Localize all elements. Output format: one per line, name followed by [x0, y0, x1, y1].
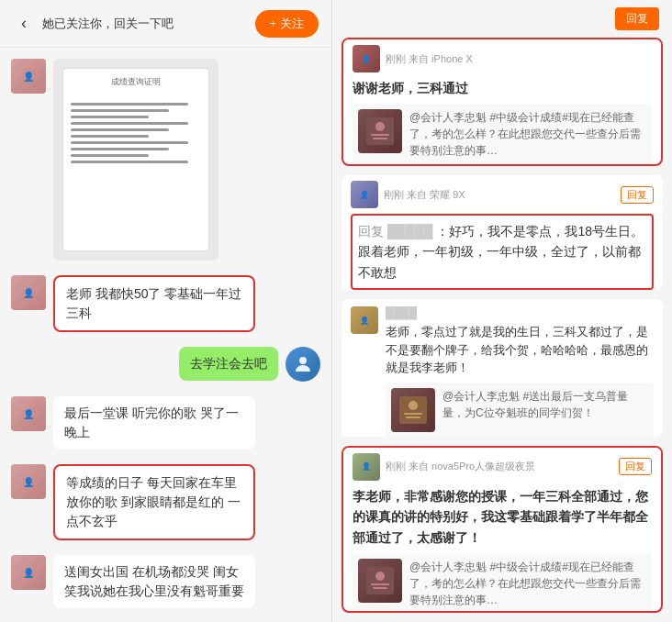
svg-point-2: [375, 122, 385, 131]
svg-point-0: [299, 357, 307, 364]
avatar-image: 👤: [11, 275, 46, 310]
comment-text: 李老师，非常感谢您的授课，一年三科全部通过，您的课真的讲的特别好，我这零基础跟着…: [353, 486, 652, 548]
blurred-name: █████: [387, 224, 433, 239]
card-content: 回复 █████ ：好巧，我不是零点，我18号生日。跟着老师，一年初级，一年中级…: [342, 214, 663, 290]
avatar-image: 👤: [11, 464, 46, 499]
sub-reply-content: ████ 老师，零点过了就是我的生日，三科又都过了，是不是要翻个牌子，给我个贺，…: [386, 306, 654, 436]
svg-rect-4: [373, 138, 387, 139]
card-header-left: 👤 刚刚 来自 iPhone X: [353, 45, 473, 72]
doc-line: [71, 135, 149, 138]
avatar: 👤: [11, 275, 46, 310]
quoted-text: @会计人李忠魁 #中级会计成绩#现在已经能查了，考的怎么样？在此想跟您交代一些查…: [409, 109, 646, 159]
header-subtitle: 她已关注你，回关一下吧: [42, 16, 255, 32]
commenter-avatar: 👤: [353, 45, 380, 72]
sub-reply-username: ████: [386, 306, 654, 319]
avatar-image: 👤: [11, 555, 46, 590]
left-header: ‹ 她已关注你，回关一下吧 + 关注: [0, 0, 331, 48]
comment-text: 谢谢老师，三科通过: [353, 78, 652, 98]
chat-bubble-self: 去学注会去吧: [179, 347, 278, 381]
quoted-thumbnail: [391, 388, 435, 432]
card-header: 👤 刚刚 来自 荣耀 9X 回复: [342, 175, 663, 214]
table-row: 👤 老师 我都快50了 零基础一年过三科: [11, 275, 320, 332]
right-header: 回复: [332, 0, 672, 38]
comment-card: 👤 刚刚 来自 iPhone X 谢谢老师，三科通过 @会计人李忠魁 #中级会计…: [342, 38, 663, 166]
sub-reply-row: 👤 ████ 老师，零点过了就是我的生日，三科又都过了，是不是要翻个牌子，给我个…: [351, 306, 654, 436]
sub-reply-avatar: 👤: [351, 306, 378, 334]
left-panel: ‹ 她已关注你，回关一下吧 + 关注 👤 成绩查询证明: [0, 0, 332, 622]
svg-rect-11: [371, 583, 389, 585]
reply-target: 回复: [358, 224, 387, 239]
commenter-avatar: 👤: [353, 453, 380, 481]
comment-text-highlighted: 回复 █████ ：好巧，我不是零点，我18号生日。跟着老师，一年初级，一年中级…: [351, 214, 654, 290]
chat-bubble: 送闺女出国 在机场都没哭 闺女笑我说她在我心里没有魁哥重要: [53, 555, 255, 608]
table-row: 👤 送闺女出国 在机场都没哭 闺女笑我说她在我心里没有魁哥重要: [11, 555, 320, 608]
svg-rect-12: [373, 587, 387, 589]
avatar: 👤: [11, 555, 46, 590]
svg-rect-3: [371, 134, 389, 136]
table-row: 👤 成绩查询证明: [11, 59, 320, 261]
svg-rect-7: [404, 413, 422, 415]
chat-body: 👤 成绩查询证明: [0, 48, 331, 622]
card-content: 👤 ████ 老师，零点过了就是我的生日，三科又都过了，是不是要翻个牌子，给我个…: [342, 299, 663, 436]
doc-line: [71, 154, 149, 157]
quoted-thumbnail: [358, 559, 402, 603]
message-text: 去学注会去吧: [190, 356, 267, 371]
quoted-thumbnail: [358, 109, 402, 153]
chat-bubble: 老师 我都快50了 零基础一年过三科: [53, 275, 255, 332]
card-header: 👤 刚刚 来自 nova5Pro人像超级夜景 回复: [343, 448, 661, 486]
message-text: 老师 我都快50了 零基础一年过三科: [66, 286, 241, 320]
card-content: 李老师，非常感谢您的授课，一年三科全部通过，您的课真的讲的特别好，我这零基础跟着…: [343, 486, 661, 613]
doc-lines: [71, 103, 201, 163]
quoted-post: @会计人李忠魁 #送出最后一支乌普量量，为C位夺魁班的同学们贺！: [386, 383, 654, 437]
quoted-post: @会计人李忠魁 #中级会计成绩#现在已经能查了，考的怎么样？在此想跟您交代一些查…: [353, 553, 652, 613]
quoted-post: @会计人李忠魁 #中级会计成绩#现在已经能查了，考的怎么样？在此想跟您交代一些查…: [353, 104, 652, 164]
card-header-left: 👤 刚刚 来自 荣耀 9X: [351, 181, 465, 208]
message-text: 等成绩的日子 每天回家在车里放你的歌 到家眼睛都是红的 一点不玄乎: [66, 475, 241, 528]
avatar-placeholder: 👤: [362, 462, 371, 471]
message-text: 送闺女出国 在机场都没哭 闺女笑我说她在我心里没有魁哥重要: [64, 564, 244, 598]
doc-line: [71, 122, 188, 125]
comment-card: 👤 刚刚 来自 荣耀 9X 回复 回复 █████ ：好巧，我不是零点，我18号…: [342, 175, 663, 290]
doc-preview: 成绩查询证明: [62, 68, 209, 251]
avatar-image: 👤: [11, 396, 46, 431]
avatar: 👤: [11, 396, 46, 431]
avatar: 👤: [11, 464, 46, 499]
comment-time-source: 刚刚 来自 荣耀 9X: [384, 188, 465, 202]
doc-line: [71, 103, 188, 106]
commenter-avatar: 👤: [351, 181, 378, 208]
reply-label[interactable]: 回复: [621, 186, 654, 204]
follow-button[interactable]: + 关注: [255, 10, 319, 38]
sub-reply-text: 老师，零点过了就是我的生日，三科又都过了，是不是要翻个牌子，给我个贺，哈哈哈哈，…: [386, 323, 654, 377]
card-content: 谢谢老师，三科通过 @会计人李忠魁 #中级会计成绩#现在已经能查了，考的怎么样？…: [343, 78, 661, 166]
table-row: 👤 最后一堂课 听完你的歌 哭了一晚上: [11, 396, 320, 450]
doc-line: [71, 161, 188, 163]
avatar-placeholder: 👤: [360, 317, 369, 325]
card-header: 👤 刚刚 来自 iPhone X: [343, 39, 661, 78]
chat-bubble: 最后一堂课 听完你的歌 哭了一晚上: [53, 396, 255, 450]
quoted-text: @会计人李忠魁 #中级会计成绩#现在已经能查了，考的怎么样？在此想跟您交代一些查…: [409, 559, 646, 608]
avatar-placeholder: 👤: [362, 55, 371, 63]
image-message: 成绩查询证明: [53, 59, 218, 261]
comment-card: 👤 ████ 老师，零点过了就是我的生日，三科又都过了，是不是要翻个牌子，给我个…: [342, 299, 663, 436]
card-header-left: 👤 刚刚 来自 nova5Pro人像超级夜景: [353, 453, 535, 481]
doc-line: [71, 116, 149, 118]
svg-point-6: [409, 401, 418, 410]
message-text: 最后一堂课 听完你的歌 哭了一晚上: [64, 405, 239, 439]
blurred-name: ████: [386, 306, 417, 319]
table-row: 去学注会去吧: [11, 347, 320, 382]
chat-bubble: 等成绩的日子 每天回家在车里放你的歌 到家眼睛都是红的 一点不玄乎: [53, 464, 255, 540]
avatar: 👤: [11, 59, 46, 94]
doc-line: [71, 141, 188, 144]
doc-line: [71, 109, 169, 112]
svg-point-10: [375, 572, 385, 581]
quoted-text: @会计人李忠魁 #送出最后一支乌普量量，为C位夺魁班的同学们贺！: [442, 388, 648, 432]
avatar-image: 👤: [11, 59, 46, 94]
table-row: 👤 等成绩的日子 每天回家在车里放你的歌 到家眼睛都是红的 一点不玄乎: [11, 464, 320, 540]
doc-line: [71, 148, 169, 150]
doc-line: [71, 128, 169, 131]
comment-time-source: 刚刚 来自 iPhone X: [386, 52, 473, 66]
reply-label[interactable]: 回复: [619, 458, 652, 475]
reply-button[interactable]: 回复: [615, 7, 659, 30]
back-button[interactable]: ‹: [13, 13, 35, 35]
doc-header-text: 成绩查询证明: [111, 76, 161, 88]
